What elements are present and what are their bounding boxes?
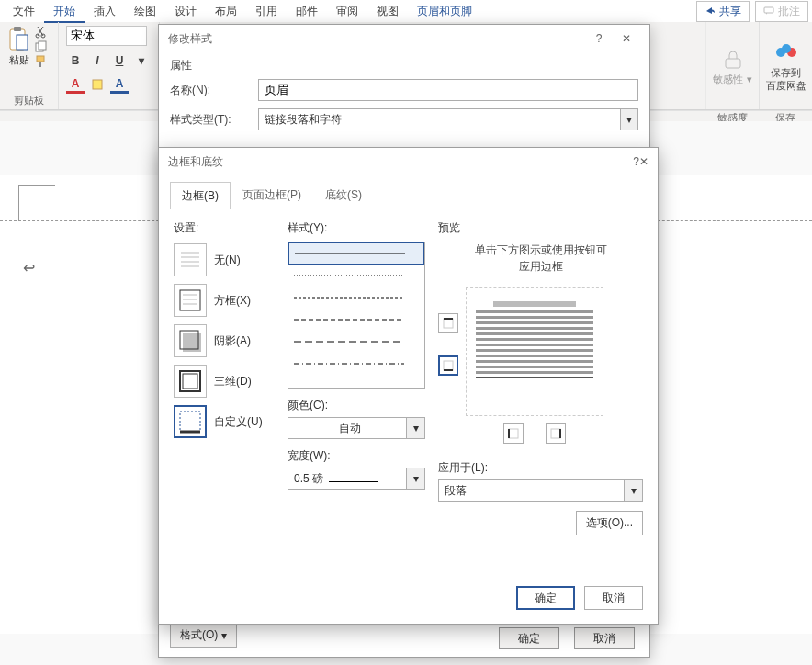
border-color-combo[interactable]: 自动▾: [288, 417, 425, 439]
svg-rect-37: [444, 361, 453, 370]
tab-view[interactable]: 视图: [367, 0, 408, 23]
color-label: 颜色(C):: [288, 398, 425, 413]
style-dot-fine[interactable]: [288, 265, 424, 287]
style-dash[interactable]: [288, 309, 424, 331]
tab-shading[interactable]: 底纹(S): [313, 181, 374, 209]
style-name-input[interactable]: [258, 79, 638, 101]
comments-button[interactable]: 批注: [755, 1, 808, 22]
style-dash-dot[interactable]: [288, 353, 424, 375]
font-color-button[interactable]: A: [66, 75, 85, 94]
borders-shading-dialog: 边框和底纹 ? ✕ 边框(B) 页面边框(P) 底纹(S) 设置: 无(N) 方…: [158, 147, 659, 625]
svg-point-14: [782, 44, 791, 53]
svg-rect-8: [37, 56, 44, 62]
paragraph-mark: ↩: [23, 259, 35, 276]
tab-references[interactable]: 引用: [246, 0, 287, 23]
share-icon: [705, 6, 716, 17]
style-dash-wide[interactable]: [288, 331, 424, 353]
cut-icon[interactable]: [35, 26, 48, 39]
options-button[interactable]: 选项(O)...: [576, 511, 643, 535]
preview-hint: 单击下方图示或使用按钮可应用边框: [438, 242, 643, 275]
tab-review[interactable]: 审阅: [327, 0, 367, 23]
tab-mailings[interactable]: 邮件: [287, 0, 327, 23]
svg-rect-27: [180, 411, 200, 432]
tab-layout[interactable]: 布局: [206, 0, 246, 23]
preset-shadow[interactable]: 阴影(A): [174, 324, 275, 357]
dialog2-help-button[interactable]: ?: [633, 155, 639, 168]
border-style-listbox[interactable]: [288, 242, 425, 389]
settings-label: 设置:: [174, 220, 275, 236]
highlight-button[interactable]: [88, 75, 107, 94]
apply-to-combo[interactable]: 段落▾: [438, 479, 643, 502]
svg-rect-39: [509, 429, 518, 438]
dialog1-ok-button[interactable]: 确定: [499, 627, 559, 649]
border-bottom-button[interactable]: [438, 355, 458, 376]
svg-rect-19: [180, 290, 200, 310]
dialog1-cancel-button[interactable]: 取消: [574, 627, 635, 649]
tab-insert[interactable]: 插入: [85, 0, 125, 23]
dialog2-cancel-button[interactable]: 取消: [584, 586, 643, 610]
border-left-button[interactable]: [503, 423, 524, 444]
share-button[interactable]: 共享: [696, 1, 750, 22]
svg-rect-35: [444, 319, 453, 328]
format-painter-icon[interactable]: [35, 55, 48, 68]
italic-button[interactable]: I: [88, 51, 107, 70]
more-font-button[interactable]: ▾: [132, 51, 151, 70]
style-solid[interactable]: [288, 242, 424, 265]
width-label: 宽度(W):: [288, 448, 425, 464]
underline-button[interactable]: U: [110, 51, 129, 70]
tab-home[interactable]: 开始: [44, 0, 85, 23]
tab-design[interactable]: 设计: [165, 0, 206, 23]
preset-none[interactable]: 无(N): [174, 243, 275, 276]
dialog2-ok-button[interactable]: 确定: [516, 586, 575, 610]
page-corner: [18, 185, 55, 221]
border-preview[interactable]: [466, 287, 603, 416]
svg-rect-10: [93, 80, 102, 89]
svg-rect-41: [551, 429, 560, 438]
save-to-cloud-button[interactable]: 保存到百度网盘: [759, 22, 812, 109]
clipboard-group-label: 剪贴板: [7, 92, 51, 107]
border-top-button[interactable]: [438, 313, 458, 333]
tab-borders[interactable]: 边框(B): [170, 182, 231, 209]
tab-page-border[interactable]: 页面边框(P): [231, 181, 313, 209]
tab-draw[interactable]: 绘图: [125, 0, 165, 23]
tab-file[interactable]: 文件: [4, 0, 44, 23]
copy-icon[interactable]: [35, 40, 48, 53]
svg-rect-0: [764, 7, 773, 13]
cloud-icon: [773, 39, 799, 65]
svg-rect-2: [14, 27, 21, 31]
preset-3d[interactable]: 三维(D): [174, 365, 275, 398]
font-color-dropdown[interactable]: A: [110, 75, 129, 94]
style-type-combo[interactable]: 链接段落和字符▾: [258, 108, 638, 130]
apply-to-label: 应用于(L):: [438, 460, 643, 476]
type-label: 样式类型(T):: [170, 112, 253, 128]
ribbon-tabs: 文件 开始 插入 绘图 设计 布局 引用 邮件 审阅 视图 页眉和页脚 共享 批…: [0, 0, 812, 22]
tab-header-footer[interactable]: 页眉和页脚: [408, 0, 481, 23]
name-label: 名称(N):: [170, 83, 253, 98]
dialog2-title: 边框和底纹: [168, 154, 223, 170]
dialog1-help-button[interactable]: ?: [585, 25, 613, 52]
font-name-input[interactable]: [66, 26, 147, 46]
sensitivity-button[interactable]: 敏感性 ▾: [705, 22, 759, 109]
preview-label: 预览: [438, 220, 643, 236]
border-width-combo[interactable]: 0.5 磅▾: [288, 468, 425, 490]
style-dash-tight[interactable]: [288, 287, 424, 309]
border-right-button[interactable]: [546, 423, 566, 444]
preset-custom[interactable]: 自定义(U): [174, 405, 275, 438]
style-label: 样式(Y):: [288, 220, 425, 236]
svg-rect-7: [39, 41, 46, 50]
dialog2-close-button[interactable]: ✕: [639, 155, 648, 168]
preset-box[interactable]: 方框(X): [174, 284, 275, 317]
dialog1-close-button[interactable]: ✕: [613, 25, 640, 52]
svg-rect-9: [39, 62, 41, 67]
svg-rect-26: [183, 374, 197, 389]
comment-icon: [763, 6, 774, 17]
sensitivity-icon: [720, 46, 746, 72]
dialog1-title: 修改样式: [168, 31, 212, 47]
svg-rect-24: [183, 333, 201, 352]
svg-rect-11: [726, 59, 740, 68]
bold-button[interactable]: B: [66, 51, 85, 70]
svg-rect-3: [17, 35, 28, 50]
paste-button[interactable]: 粘贴: [7, 26, 31, 67]
paste-icon: [7, 26, 31, 53]
properties-label: 属性: [159, 52, 649, 75]
